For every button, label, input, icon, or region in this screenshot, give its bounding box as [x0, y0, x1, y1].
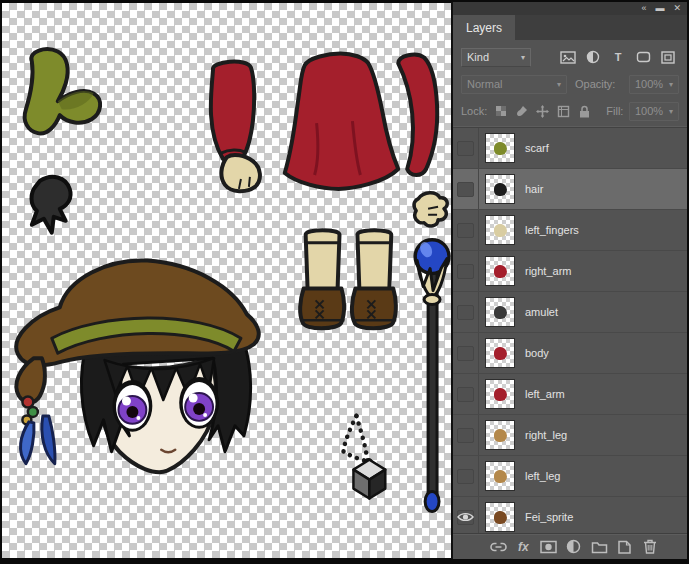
caret-down-icon: ▾: [665, 107, 673, 116]
pixel-layer-filter-icon[interactable]: [557, 48, 579, 67]
thumbnail-content: [494, 388, 507, 401]
collapse-panel-icon[interactable]: «: [641, 2, 646, 15]
layer-row[interactable]: Fei_sprite: [453, 497, 687, 538]
layer-thumbnail[interactable]: [485, 338, 515, 368]
visibility-toggle[interactable]: [453, 374, 479, 414]
kind-filter-value: Kind: [467, 51, 489, 63]
lock-all-padlock-icon[interactable]: [577, 102, 592, 121]
layer-row[interactable]: hair: [453, 169, 687, 210]
layer-row[interactable]: scarf: [453, 128, 687, 169]
layer-style-fx-icon[interactable]: fx: [512, 537, 534, 556]
layer-row[interactable]: right_leg: [453, 415, 687, 456]
layer-row[interactable]: right_arm: [453, 251, 687, 292]
layer-name: hair: [525, 183, 543, 195]
layer-row[interactable]: amulet: [453, 292, 687, 333]
document-canvas[interactable]: [2, 3, 451, 558]
thumbnail-content: [494, 183, 507, 196]
layer-thumbnail[interactable]: [485, 133, 515, 163]
layer-thumbnail[interactable]: [485, 502, 515, 532]
visibility-toggle[interactable]: [453, 251, 479, 291]
layer-name: body: [525, 347, 549, 359]
amulet-art: [343, 416, 385, 499]
thumbnail-content: [494, 306, 507, 319]
right-arm-art: [398, 55, 437, 175]
layer-list: scarf hair left_fingers: [453, 128, 687, 538]
visibility-box: [457, 387, 474, 402]
layer-thumbnail[interactable]: [485, 297, 515, 327]
smart-object-filter-icon[interactable]: [657, 48, 679, 67]
visibility-box: [457, 305, 474, 320]
add-layer-mask-icon[interactable]: [538, 537, 560, 556]
visibility-toggle[interactable]: [453, 292, 479, 332]
fill-label: Fill:: [606, 105, 623, 117]
layer-name: amulet: [525, 306, 558, 318]
visibility-toggle[interactable]: [453, 333, 479, 373]
layer-row[interactable]: body: [453, 333, 687, 374]
layer-row[interactable]: left_leg: [453, 456, 687, 497]
eye-icon: [457, 511, 474, 523]
caret-down-icon: ▾: [553, 80, 561, 89]
legs-art: [300, 230, 396, 328]
lock-pixels-brush-icon[interactable]: [514, 102, 529, 121]
thumbnail-content: [494, 429, 507, 442]
layer-thumbnail[interactable]: [485, 420, 515, 450]
bead-red: [22, 396, 33, 407]
layer-thumbnail[interactable]: [485, 461, 515, 491]
layer-name: right_leg: [525, 429, 567, 441]
sprite-artwork: [2, 3, 451, 558]
delete-layer-trash-icon[interactable]: [639, 537, 661, 556]
opacity-input[interactable]: 100% ▾: [629, 75, 679, 94]
fill-input[interactable]: 100% ▾: [629, 102, 679, 121]
visibility-box: [457, 346, 474, 361]
new-layer-icon[interactable]: [614, 537, 636, 556]
visibility-box: [457, 264, 474, 279]
visibility-toggle[interactable]: [453, 169, 479, 209]
thumbnail-content: [494, 470, 507, 483]
visibility-toggle[interactable]: [453, 415, 479, 455]
fingers-art: [414, 193, 447, 226]
layer-name: Fei_sprite: [525, 511, 573, 523]
layer-row[interactable]: left_fingers: [453, 210, 687, 251]
visibility-toggle[interactable]: [453, 497, 479, 537]
lock-artboard-icon[interactable]: [556, 102, 571, 121]
staff-art: [415, 240, 449, 512]
opacity-label: Opacity:: [575, 78, 615, 90]
type-layer-filter-icon[interactable]: T: [607, 48, 629, 67]
hat-tip-art: [16, 358, 45, 402]
layer-name: scarf: [525, 142, 549, 154]
shape-layer-filter-icon[interactable]: [632, 48, 654, 67]
minimize-icon[interactable]: ▬: [655, 2, 664, 15]
layer-row[interactable]: left_arm: [453, 374, 687, 415]
visibility-box: [457, 141, 474, 156]
fill-value: 100%: [635, 105, 663, 117]
character-head-art: [16, 260, 258, 472]
blend-mode-select[interactable]: Normal ▾: [461, 75, 567, 94]
close-icon[interactable]: ✕: [673, 2, 681, 15]
panel-header: « ▬ ✕: [453, 2, 687, 15]
feather-art: [20, 422, 34, 464]
visibility-toggle[interactable]: [453, 128, 479, 168]
caret-down-icon: ▾: [665, 80, 673, 89]
visibility-box: [457, 428, 474, 443]
tab-layers[interactable]: Layers: [453, 15, 515, 40]
layer-thumbnail[interactable]: [485, 174, 515, 204]
caret-down-icon: ▾: [517, 53, 525, 62]
thumbnail-content: [494, 224, 507, 237]
kind-filter-select[interactable]: Kind ▾: [461, 48, 531, 67]
visibility-box: [457, 182, 474, 197]
thumbnail-content: [494, 347, 507, 360]
adjustment-layer-filter-icon[interactable]: [582, 48, 604, 67]
new-adjustment-layer-icon[interactable]: [563, 537, 585, 556]
layer-name: left_leg: [525, 470, 560, 482]
application-window: « ▬ ✕ Layers Kind ▾: [0, 0, 689, 564]
thumbnail-content: [494, 142, 507, 155]
visibility-toggle[interactable]: [453, 210, 479, 250]
lock-transparency-icon[interactable]: [493, 102, 508, 121]
link-layers-icon[interactable]: [487, 537, 509, 556]
new-group-folder-icon[interactable]: [588, 537, 610, 556]
lock-position-move-icon[interactable]: [535, 102, 550, 121]
layer-thumbnail[interactable]: [485, 215, 515, 245]
visibility-toggle[interactable]: [453, 456, 479, 496]
layer-thumbnail[interactable]: [485, 256, 515, 286]
layer-thumbnail[interactable]: [485, 379, 515, 409]
